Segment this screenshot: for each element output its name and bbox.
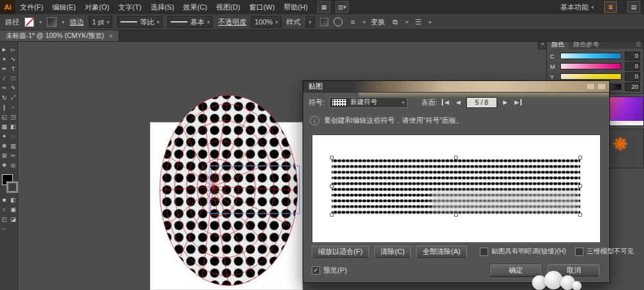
pencil-tool-icon[interactable]: ✎ bbox=[9, 83, 18, 93]
isolate-icon[interactable]: ⧉ bbox=[390, 17, 401, 27]
stroke-color-indicator[interactable] bbox=[6, 181, 18, 193]
eyedropper-tool-icon[interactable]: ✦ bbox=[0, 131, 9, 141]
menu-item-4[interactable]: 选择(S) bbox=[146, 0, 179, 14]
first-surface-button[interactable]: ◀ bbox=[442, 99, 450, 105]
none-fill-icon[interactable]: ○ bbox=[0, 204, 9, 214]
slice-tool-icon[interactable]: ✂ bbox=[9, 150, 18, 160]
symbol-select[interactable]: 新建符号 ▾ bbox=[329, 97, 408, 108]
width-profile-select[interactable]: 等比 ▾ bbox=[117, 16, 162, 28]
color-fill-icon[interactable]: ■ bbox=[0, 195, 9, 204]
zoom-tool-icon[interactable]: ◎ bbox=[9, 160, 18, 170]
channel-slider[interactable] bbox=[560, 73, 621, 80]
channel-value[interactable]: 0 bbox=[625, 62, 640, 71]
symbol-sprayer-tool-icon[interactable]: ❋ bbox=[0, 141, 9, 150]
brush-select[interactable]: 基本 ▾ bbox=[167, 16, 213, 28]
type-tool-icon[interactable]: T bbox=[9, 64, 18, 73]
more-tools-icon[interactable]: ⋯ bbox=[0, 224, 9, 233]
document-tab[interactable]: 未标题-1* @ 100% (CMYK/预览) × bbox=[0, 30, 119, 41]
menu-item-5[interactable]: 效果(C) bbox=[178, 0, 211, 14]
line-tool-icon[interactable]: ∕ bbox=[0, 73, 9, 83]
preview-checkbox[interactable]: ✓ bbox=[312, 266, 320, 275]
stroke-link[interactable]: 描边 bbox=[70, 17, 84, 27]
document-tab-bar: 未标题-1* @ 100% (CMYK/预览) × bbox=[0, 30, 644, 42]
app-menu-icon[interactable]: ▤ bbox=[627, 1, 640, 13]
channel-value[interactable]: 0 bbox=[625, 51, 640, 60]
perspective-grid-tool-icon[interactable]: ◳ bbox=[9, 112, 18, 122]
magic-wand-tool-icon[interactable]: ✶ bbox=[0, 54, 9, 64]
menu-item-2[interactable]: 对象(O) bbox=[80, 0, 114, 14]
blend-tool-icon[interactable]: ◌ bbox=[9, 131, 18, 141]
menu-item-6[interactable]: 视图(D) bbox=[212, 0, 245, 14]
channel-value[interactable]: 0 bbox=[625, 72, 640, 81]
scale-to-fit-button[interactable]: 缩放以适合(F) bbox=[312, 246, 369, 258]
ok-button[interactable]: 确定 bbox=[490, 264, 542, 276]
chevron-down-icon[interactable]: ▾ bbox=[429, 19, 431, 25]
clear-button[interactable]: 清除(C) bbox=[374, 246, 411, 258]
symbol-thumbnail-icon[interactable]: ❋ bbox=[613, 134, 627, 154]
chevron-down-icon[interactable]: ▾ bbox=[363, 19, 366, 25]
stroke-width-select[interactable]: 1 pt ▾ bbox=[89, 16, 112, 28]
shape-mode-icon[interactable] bbox=[334, 17, 343, 26]
screen-mode-icon[interactable]: ◪ bbox=[9, 214, 18, 224]
chevron-down-icon[interactable]: ▾ bbox=[62, 19, 64, 25]
arrange-documents-icon[interactable]: ▦ bbox=[317, 1, 330, 13]
menu-item-7[interactable]: 窗口(W) bbox=[245, 0, 279, 14]
close-icon[interactable] bbox=[597, 83, 606, 90]
draw-inside-icon[interactable]: ◰ bbox=[0, 214, 9, 224]
shading-label: 贴图具有明暗调(较慢)(H) bbox=[491, 247, 566, 256]
channel-slider[interactable] bbox=[560, 53, 621, 59]
surface-page-indicator: 5 / 8 bbox=[466, 97, 497, 108]
fill-stroke-widget[interactable] bbox=[1, 174, 17, 194]
dialog-window-buttons bbox=[586, 83, 606, 90]
direct-selection-tool-icon[interactable]: ▻ bbox=[9, 44, 18, 54]
style-select[interactable]: ▾ bbox=[306, 16, 315, 28]
artboard-tool-icon[interactable]: ⊞ bbox=[0, 150, 9, 160]
minimize-icon[interactable] bbox=[586, 83, 595, 90]
hand-tool-icon[interactable]: ❖ bbox=[0, 160, 9, 170]
rectangle-tool-icon[interactable]: □ bbox=[9, 73, 18, 83]
workspace-switcher[interactable]: 基本功能 ▾ bbox=[560, 3, 594, 12]
opacity-link[interactable]: 不透明度 bbox=[218, 17, 246, 27]
shading-checkbox[interactable] bbox=[480, 248, 488, 256]
selection-tool-icon[interactable]: ► bbox=[0, 44, 9, 54]
menu-item-8[interactable]: 帮助(H) bbox=[279, 0, 312, 14]
chevron-down-icon[interactable]: ▾ bbox=[39, 19, 42, 25]
cs-live-icon[interactable]: ≣ bbox=[604, 1, 617, 13]
scale-tool-icon[interactable]: ⤢ bbox=[9, 93, 18, 102]
close-icon[interactable]: × bbox=[108, 32, 112, 40]
opacity-select[interactable]: 100% ▾ bbox=[251, 16, 281, 28]
paintbrush-tool-icon[interactable]: ✑ bbox=[0, 83, 9, 93]
options-icon[interactable]: ☰ bbox=[413, 17, 424, 27]
clear-all-button[interactable]: 全部清除(A) bbox=[416, 246, 467, 258]
chevron-down-icon[interactable]: ▾ bbox=[406, 19, 408, 25]
width-tool-icon[interactable]: ∥ bbox=[0, 102, 9, 112]
rotate-tool-icon[interactable]: ↻ bbox=[0, 93, 9, 102]
mesh-tool-icon[interactable]: ▦ bbox=[0, 122, 9, 131]
hide-geometry-checkbox[interactable] bbox=[575, 248, 583, 256]
lasso-tool-icon[interactable]: ∿ bbox=[9, 54, 18, 64]
gradient-tool-icon[interactable]: ◧ bbox=[9, 122, 18, 131]
graph-tool-icon[interactable]: ▥ bbox=[9, 141, 18, 150]
stroke-swatch[interactable] bbox=[47, 17, 57, 27]
selection-type-label: 路径 bbox=[5, 17, 19, 27]
menu-item-1[interactable]: 编辑(E) bbox=[48, 0, 80, 14]
next-surface-button[interactable]: ▶ bbox=[502, 99, 509, 105]
dialog-titlebar[interactable]: 贴图 bbox=[303, 81, 609, 93]
shape-builder-tool-icon[interactable]: ◱ bbox=[0, 112, 9, 122]
channel-value[interactable]: 20 bbox=[625, 82, 640, 91]
menu-item-3[interactable]: 文字(T) bbox=[114, 0, 146, 14]
menu-item-0[interactable]: 文件(F) bbox=[15, 0, 48, 14]
pen-tool-icon[interactable]: ✒ bbox=[0, 64, 9, 73]
draw-normal-icon[interactable]: ▣ bbox=[9, 204, 18, 214]
transform-link[interactable]: 变换 bbox=[371, 17, 385, 27]
surface-preview[interactable] bbox=[312, 134, 601, 243]
gradient-fill-icon[interactable]: ◧ bbox=[9, 195, 18, 204]
align-icon[interactable]: ≡ bbox=[348, 17, 358, 27]
last-surface-button[interactable]: ▶ bbox=[513, 99, 522, 105]
document-layout-icon[interactable]: ▥▾ bbox=[336, 1, 348, 13]
free-transform-tool-icon[interactable]: ▫ bbox=[9, 102, 18, 112]
fill-swatch[interactable] bbox=[24, 17, 34, 27]
previous-surface-button[interactable]: ◀ bbox=[455, 99, 462, 105]
recolor-swatch[interactable] bbox=[320, 18, 328, 26]
channel-slider[interactable] bbox=[560, 63, 621, 69]
